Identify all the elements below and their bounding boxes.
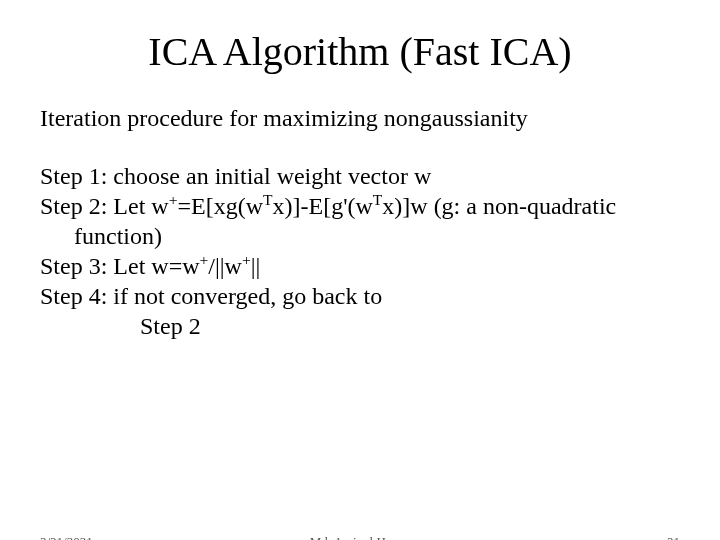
step-2-part-b: =E[xg(w (177, 193, 263, 219)
step-4-line1: Step 4: if not converged, go back to (40, 281, 680, 311)
subtitle: Iteration procedure for maximizing nonga… (40, 103, 680, 133)
step-2-part-c: x)]-E[g'(w (273, 193, 373, 219)
step-2-part-a: Step 2: Let w (40, 193, 169, 219)
step-3-part-b: /||w (208, 253, 242, 279)
step-2-line2: function) (40, 221, 680, 251)
sup-t-1: T (263, 191, 273, 208)
step-3-part-c: || (251, 253, 261, 279)
step-1: Step 1: choose an initial weight vector … (40, 161, 680, 191)
sup-t-2: T (373, 191, 383, 208)
step-3: Step 3: Let w=w+/||w+|| (40, 251, 680, 281)
steps-block: Step 1: choose an initial weight vector … (40, 161, 680, 341)
slide: ICA Algorithm (Fast ICA) Iteration proce… (0, 28, 720, 540)
footer: 2/21/2021 Md. Aminul Haque 21 (40, 534, 680, 540)
step-2-part-d: x)]w (g: a non-quadratic (382, 193, 616, 219)
step-3-part-a: Step 3: Let w=w (40, 253, 200, 279)
slide-body: Iteration procedure for maximizing nonga… (0, 103, 720, 341)
footer-author: Md. Aminul Haque (40, 534, 680, 540)
step-4-line2: Step 2 (40, 311, 680, 341)
sup-plus-2: + (200, 251, 209, 268)
step-2-line1: Step 2: Let w+=E[xg(wTx)]-E[g'(wTx)]w (g… (40, 191, 680, 221)
slide-title: ICA Algorithm (Fast ICA) (0, 28, 720, 75)
sup-plus-3: + (242, 251, 251, 268)
